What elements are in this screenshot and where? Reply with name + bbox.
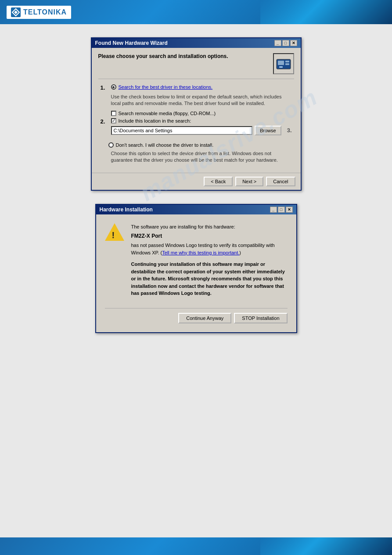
wizard-header-text: Please choose your search and installati… bbox=[98, 53, 273, 59]
stop-installation-button[interactable]: STOP Installation bbox=[234, 313, 287, 323]
close-button[interactable]: ✕ bbox=[290, 40, 297, 46]
wizard-title: Found New Hardware Wizard bbox=[95, 40, 168, 46]
location-input[interactable] bbox=[111, 126, 252, 135]
maximize-button[interactable]: □ bbox=[282, 40, 289, 46]
teltonika-logo-icon bbox=[11, 7, 21, 17]
hw-link[interactable]: Tell me why this testing is important. bbox=[162, 250, 239, 255]
hardware-icon bbox=[276, 56, 291, 72]
hw-titlebar: Hardware Installation _ □ ✕ bbox=[96, 205, 296, 214]
step1-number: 1. bbox=[101, 84, 108, 91]
checkbox2-row: ✓ Include this location in the search: bbox=[111, 118, 292, 123]
option2-row: Don't search. I will choose the driver t… bbox=[101, 142, 292, 148]
next-button[interactable]: Next > bbox=[235, 177, 263, 186]
step2-content: ✓ Include this location in the search: B… bbox=[111, 118, 292, 139]
wizard-content: 1. Search for the best driver in these l… bbox=[98, 84, 294, 164]
option2-label: Don't search. I will choose the driver t… bbox=[116, 142, 214, 148]
checkboxes-section: Search removable media (floppy, CD-ROM..… bbox=[111, 111, 292, 116]
hw-device-name: FM2Z-X Port bbox=[131, 232, 288, 240]
step2-number: 2. bbox=[101, 118, 108, 125]
checkbox2-label: Include this location in the search: bbox=[119, 118, 191, 123]
main-content: Found New Hardware Wizard _ □ ✕ Please c… bbox=[0, 24, 392, 346]
hw-text1: The software you are installing for this… bbox=[131, 224, 235, 229]
wizard-footer: < Back Next > Cancel bbox=[92, 173, 301, 190]
footer bbox=[0, 537, 392, 555]
hw-close-button[interactable]: ✕ bbox=[286, 207, 293, 213]
hw-footer: Continue Anyway STOP Installation bbox=[105, 313, 288, 326]
radio-dont-search[interactable] bbox=[108, 142, 114, 148]
step1-desc: Use the check boxes below to limit or ex… bbox=[111, 94, 292, 107]
continue-anyway-button[interactable]: Continue Anyway bbox=[178, 313, 231, 323]
hw-title: Hardware Installation bbox=[100, 207, 153, 213]
minimize-button[interactable]: _ bbox=[274, 40, 281, 46]
wizard-titlebar: Found New Hardware Wizard _ □ ✕ bbox=[92, 38, 301, 48]
checkbox1-label: Search removable media (floppy, CD-ROM..… bbox=[119, 111, 216, 116]
radio-search-best[interactable] bbox=[111, 84, 116, 90]
browse-button[interactable]: Browse bbox=[255, 126, 281, 135]
hw-body: The software you are installing for this… bbox=[96, 214, 296, 332]
checkbox-removable-media[interactable] bbox=[111, 111, 116, 116]
wizard-header: Please choose your search and installati… bbox=[98, 53, 294, 79]
step1-label: Search for the best driver in these loca… bbox=[119, 84, 213, 90]
step1-label-text: Search for the best driver in these loca… bbox=[119, 84, 213, 90]
svg-rect-4 bbox=[278, 61, 284, 65]
hw-titlebar-buttons: _ □ ✕ bbox=[270, 207, 293, 213]
cancel-button[interactable]: Cancel bbox=[266, 177, 295, 186]
logo-text: TELTONIKA bbox=[23, 8, 67, 16]
svg-rect-5 bbox=[285, 61, 289, 62]
hw-install-dialog: Hardware Installation _ □ ✕ The software… bbox=[95, 204, 297, 333]
hw-text: The software you are installing for this… bbox=[131, 223, 288, 297]
svg-rect-6 bbox=[285, 63, 289, 65]
warning-icon bbox=[105, 223, 125, 243]
titlebar-buttons: _ □ ✕ bbox=[274, 40, 297, 46]
wizard-body: Please choose your search and installati… bbox=[92, 48, 301, 173]
logo-box: TELTONIKA bbox=[7, 6, 71, 19]
option2-desc: Choose this option to select the device … bbox=[111, 150, 292, 164]
step3-label: 3. bbox=[287, 127, 292, 134]
step1-row: 1. Search for the best driver in these l… bbox=[101, 84, 292, 91]
warning-triangle bbox=[105, 223, 124, 241]
step2-section: 2. ✓ Include this location in the search… bbox=[101, 118, 292, 139]
checkbox-include-location[interactable]: ✓ bbox=[111, 118, 116, 123]
back-button[interactable]: < Back bbox=[204, 177, 233, 186]
wizard-icon bbox=[273, 53, 294, 74]
location-row: Browse 3. bbox=[111, 126, 292, 135]
wizard-dialog: Found New Hardware Wizard _ □ ✕ Please c… bbox=[91, 37, 302, 191]
hw-content-row: The software you are installing for this… bbox=[105, 223, 288, 297]
hw-maximize-button[interactable]: □ bbox=[278, 207, 285, 213]
hw-minimize-button[interactable]: _ bbox=[270, 207, 277, 213]
hw-separator bbox=[105, 308, 288, 308]
svg-rect-7 bbox=[279, 66, 283, 68]
hw-warning-text: Continuing your installation of this sof… bbox=[131, 261, 288, 297]
header: TELTONIKA bbox=[0, 0, 392, 24]
checkbox1-row: Search removable media (floppy, CD-ROM..… bbox=[111, 111, 292, 116]
